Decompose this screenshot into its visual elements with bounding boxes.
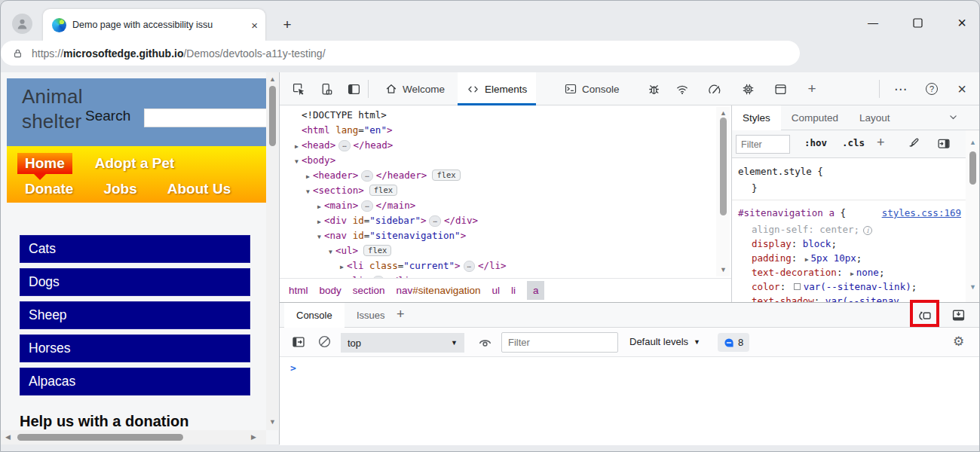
- format-brush-icon[interactable]: [907, 137, 920, 150]
- console-prompt-icon[interactable]: >: [290, 362, 296, 374]
- tab-computed[interactable]: Computed: [781, 105, 849, 130]
- dom-tree-node[interactable]: ▶<head>…</head>: [280, 138, 731, 153]
- issues-bug-icon[interactable]: [647, 82, 660, 96]
- flex-badge[interactable]: flex: [363, 245, 391, 256]
- pet-button-dogs[interactable]: Dogs: [20, 268, 250, 296]
- info-icon[interactable]: i: [863, 226, 872, 235]
- nav-link-about-us[interactable]: About Us: [160, 179, 238, 200]
- styles-scroll-thumb[interactable]: [969, 151, 976, 185]
- page-horizontal-scrollbar[interactable]: ◀ ▶: [1, 430, 266, 444]
- twisty-icon[interactable]: ▼: [326, 245, 335, 260]
- tab-close-icon[interactable]: ×: [251, 20, 258, 31]
- breadcrumb-item-nav[interactable]: nav#sitenavigation: [397, 285, 481, 296]
- activity-bar-icon[interactable]: [347, 82, 360, 96]
- scroll-down-icon[interactable]: ▼: [969, 284, 976, 291]
- horizontal-scroll-thumb[interactable]: [17, 434, 183, 441]
- class-toggle[interactable]: .cls: [842, 137, 865, 148]
- tab-elements[interactable]: Elements: [458, 72, 536, 105]
- tab-layout[interactable]: Layout: [849, 105, 901, 130]
- console-sidebar-icon[interactable]: [292, 335, 305, 349]
- tab-welcome[interactable]: Welcome: [376, 72, 454, 105]
- memory-icon[interactable]: [741, 82, 755, 96]
- performance-icon[interactable]: [708, 82, 721, 96]
- dom-tree-node[interactable]: ▶<main>…</main>: [280, 198, 731, 213]
- browser-tab[interactable]: Demo page with accessibility issu ×: [43, 9, 265, 41]
- styles-filter-input[interactable]: [736, 135, 790, 154]
- twisty-icon[interactable]: ▶: [314, 200, 324, 215]
- inspect-element-icon[interactable]: [292, 82, 305, 96]
- devtools-menu-icon[interactable]: ⋯: [894, 82, 908, 96]
- window-close-button[interactable]: ×: [954, 14, 970, 31]
- breadcrumb-item-body[interactable]: body: [320, 285, 341, 296]
- twisty-icon[interactable]: ▼: [292, 154, 302, 170]
- twisty-icon[interactable]: ▶: [314, 215, 324, 230]
- dom-tree-node[interactable]: ▶<header>…</header>flex: [280, 168, 731, 183]
- new-tab-button[interactable]: +: [279, 17, 296, 33]
- dom-tree-node[interactable]: ▶<div id="sidebar">…</div>: [280, 213, 731, 228]
- elements-scroll-thumb[interactable]: [720, 118, 727, 215]
- issues-count-badge[interactable]: 8: [718, 333, 749, 352]
- twisty-icon[interactable]: ▶: [337, 260, 347, 275]
- console-settings-gear-icon[interactable]: ⚙: [953, 334, 964, 350]
- scroll-left-icon[interactable]: ◀: [5, 434, 11, 441]
- add-drawer-tab-icon[interactable]: +: [397, 307, 405, 322]
- new-style-rule-icon[interactable]: +: [877, 135, 885, 151]
- nav-link-donate[interactable]: Donate: [17, 179, 81, 200]
- flex-badge[interactable]: flex: [432, 170, 460, 181]
- elements-scrollbar[interactable]: ▲ ▼: [716, 107, 730, 276]
- network-conditions-icon[interactable]: [675, 82, 689, 96]
- rule-selector[interactable]: element.style {: [738, 164, 966, 181]
- nav-link-jobs[interactable]: Jobs: [96, 179, 144, 200]
- console-filter-input[interactable]: [501, 332, 618, 353]
- device-emulation-icon[interactable]: [319, 82, 332, 96]
- tab-console-drawer[interactable]: Console: [284, 303, 345, 328]
- chevron-down-icon[interactable]: [948, 112, 958, 122]
- breadcrumb-item-html[interactable]: html: [289, 285, 308, 296]
- scroll-down-icon[interactable]: ▼: [720, 267, 727, 273]
- pet-button-cats[interactable]: Cats: [20, 235, 250, 263]
- show-more-icon[interactable]: …: [338, 140, 350, 151]
- clear-console-icon[interactable]: [317, 334, 332, 349]
- close-devtools-icon[interactable]: ×: [955, 82, 969, 96]
- application-icon[interactable]: [773, 82, 787, 96]
- css-property[interactable]: text-decoration: ▶none;: [738, 265, 966, 279]
- search-input[interactable]: [144, 108, 267, 127]
- profile-avatar[interactable]: [12, 14, 32, 34]
- twisty-icon[interactable]: ▼: [314, 230, 324, 245]
- breadcrumb-item-li[interactable]: li: [511, 285, 516, 296]
- dom-tree-node[interactable]: ▼<body>: [280, 153, 731, 168]
- twisty-icon[interactable]: ▼: [303, 185, 313, 200]
- scroll-up-icon[interactable]: ▲: [720, 110, 727, 117]
- show-more-icon[interactable]: …: [361, 200, 372, 212]
- live-expression-icon[interactable]: [478, 335, 492, 349]
- help-icon[interactable]: ?: [925, 82, 939, 96]
- css-property[interactable]: display: block;: [738, 237, 966, 251]
- tab-console[interactable]: Console: [556, 72, 629, 105]
- minimize-button[interactable]: —: [865, 14, 881, 31]
- close-drawer-icon[interactable]: [951, 308, 966, 322]
- pet-button-horses[interactable]: Horses: [20, 334, 250, 362]
- javascript-context-select[interactable]: top ▼: [341, 333, 464, 353]
- console-output[interactable]: >: [280, 357, 980, 445]
- show-more-icon[interactable]: …: [429, 215, 440, 227]
- dom-tree-node[interactable]: ▼<section>flex: [280, 183, 731, 198]
- show-more-icon[interactable]: …: [464, 261, 475, 272]
- breadcrumb-item-a[interactable]: a: [527, 281, 545, 300]
- rule-selector[interactable]: #sitenavigation a {styles.css:169: [738, 206, 966, 222]
- log-levels-select[interactable]: Default levels ▼: [629, 336, 700, 347]
- tab-styles[interactable]: Styles: [732, 105, 781, 130]
- nav-link-home[interactable]: Home: [17, 153, 72, 174]
- dom-tree-node[interactable]: <html lang="en">: [280, 123, 731, 138]
- tab-issues[interactable]: Issues: [345, 303, 397, 328]
- stylesheet-link[interactable]: styles.css:169: [882, 206, 961, 220]
- toggle-sidebar-icon[interactable]: [937, 137, 951, 150]
- breadcrumb-item-section[interactable]: section: [353, 285, 385, 296]
- dom-tree-node[interactable]: <!DOCTYPE html>: [280, 108, 731, 123]
- dom-tree-node[interactable]: ▶<li class="current">…</li>: [280, 258, 731, 273]
- more-panels-icon[interactable]: +: [805, 82, 819, 96]
- scroll-up-icon[interactable]: ▲: [269, 76, 276, 83]
- dom-tree-node[interactable]: ▼<nav id="sitenavigation">: [280, 228, 731, 243]
- maximize-button[interactable]: [909, 14, 926, 31]
- breadcrumb-item-ul[interactable]: ul: [492, 285, 500, 296]
- css-property[interactable]: align-self: center;i: [738, 222, 966, 237]
